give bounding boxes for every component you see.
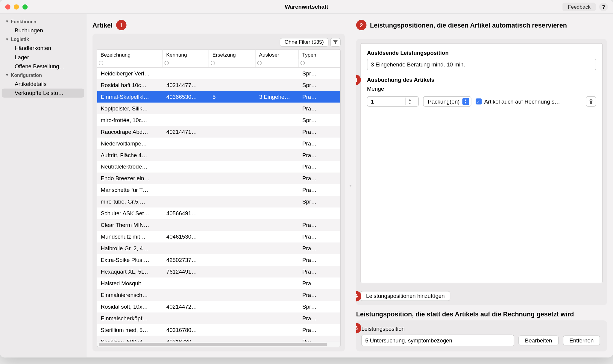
table-row[interactable]: Einmal-Skalpellkl…40386530…53 Eingehe…Pr…: [97, 91, 340, 103]
ausloesende-input[interactable]: [367, 59, 596, 70]
window-minimize[interactable]: [14, 4, 19, 9]
table-row[interactable]: Einmalnierensch…Pra…: [97, 289, 340, 301]
table-row[interactable]: Raucodrape Abd…40214471…Pra…: [97, 126, 340, 138]
cell-bez: Neutralelektrode…: [97, 164, 163, 170]
cell-typ: Spr…: [299, 70, 322, 77]
table-row[interactable]: Auftritt, Fläche 4…Pra…: [97, 149, 340, 161]
cell-typ: Pra…: [299, 164, 322, 170]
sidebar-group-logistik[interactable]: ▼ Logistik: [2, 35, 84, 44]
table-row[interactable]: Sterillium med, 5…40316780…Pra…: [97, 324, 340, 336]
lp-label: Leistungsposition: [361, 325, 602, 332]
cell-ken: 40461530…: [163, 233, 209, 240]
artikel-table: Bezeichnung Kennung Ersetzung Auslöser T…: [97, 49, 341, 347]
filter-radio[interactable]: [211, 61, 215, 65]
cell-bez: Sterillium med, 5…: [97, 327, 163, 333]
sidebar-item-buchungen[interactable]: Buchungen: [2, 26, 84, 35]
col-bezeichnung[interactable]: Bezeichnung: [97, 50, 163, 59]
stepper-arrows-icon[interactable]: ▲▼: [405, 98, 414, 105]
table-row[interactable]: Sterillium, 500ml…40316780…Pra…: [97, 336, 340, 342]
sidebar-item-verknuepfte-leistungen[interactable]: Verknüpfte Leistu…: [2, 89, 84, 98]
cell-aus: 3 Eingehe…: [256, 94, 299, 100]
unit-dropdown[interactable]: Packung(en) ▲▼: [423, 96, 471, 107]
table-row[interactable]: Halbrolle Gr. 2, 4…Pra…: [97, 243, 340, 254]
leistungsposition-input[interactable]: [361, 335, 514, 346]
col-ausloeser[interactable]: Auslöser: [256, 50, 299, 59]
cell-typ: Pra…: [299, 245, 322, 252]
cell-typ: Spr…: [299, 117, 322, 124]
cell-typ: Pra…: [299, 292, 322, 298]
filter-radio[interactable]: [164, 61, 169, 65]
section2-title: Leistungsposition, die statt des Artikel…: [356, 310, 574, 318]
table-row[interactable]: Kopfpolster, Silik…Pra…: [97, 103, 340, 114]
cell-typ: Pra…: [299, 105, 322, 112]
table-row[interactable]: Heidelberger Verl…Spr…: [97, 68, 340, 79]
cell-ken: 40214477…: [163, 82, 209, 89]
delete-button[interactable]: [586, 96, 596, 107]
rechnung-checkbox[interactable]: ✓: [476, 98, 482, 104]
horizontal-scrollbar[interactable]: [97, 342, 340, 347]
sidebar-item-offene-bestellung[interactable]: Offene Bestellung…: [2, 62, 84, 71]
ausloesende-label: Auslösende Leistungsposition: [367, 50, 596, 56]
cell-ken: 40386530…: [163, 94, 209, 100]
sidebar: ▼ Funktionen Buchungen ▼ Logistik Händle…: [0, 14, 86, 357]
filter-radio[interactable]: [257, 61, 262, 65]
filter-button[interactable]: [330, 38, 341, 47]
cell-typ: Spr…: [299, 82, 322, 89]
table-row[interactable]: miro-frottée, 10c…Spr…: [97, 114, 340, 126]
table-row[interactable]: Manschette für T…Pra…: [97, 184, 340, 196]
cell-typ: Pra…: [299, 257, 322, 263]
filter-chip[interactable]: Ohne Filter (535): [280, 38, 329, 47]
sidebar-item-haendlerkonten[interactable]: Händlerkonten: [2, 44, 84, 53]
window-close[interactable]: [5, 4, 10, 9]
cell-typ: Pra…: [299, 339, 322, 342]
ausbuchung-label: Ausbuchung des Artikels: [367, 76, 596, 83]
step-badge-5: 5: [356, 323, 361, 333]
col-kennung[interactable]: Kennung: [163, 50, 209, 59]
dropdown-arrows-icon: ▲▼: [462, 98, 469, 105]
cell-bez: Sterillium, 500ml…: [97, 339, 163, 342]
table-row[interactable]: Rosidal haft 10c…40214477…Spr…: [97, 79, 340, 91]
cell-ken: 76124491…: [163, 269, 209, 275]
help-button[interactable]: ?: [599, 2, 608, 11]
chevron-down-icon: ▼: [5, 73, 9, 77]
filter-radio[interactable]: [301, 61, 305, 65]
remove-button[interactable]: Entfernen: [563, 336, 600, 345]
sidebar-group-funktionen[interactable]: ▼ Funktionen: [2, 17, 84, 26]
col-typen[interactable]: Typen: [299, 50, 322, 59]
sidebar-item-lager[interactable]: Lager: [2, 53, 84, 62]
sidebar-item-artikeldetails[interactable]: Artikeldetails: [2, 79, 84, 88]
cell-ken: 40214472…: [163, 304, 209, 310]
feedback-button[interactable]: Feedback: [563, 2, 596, 11]
cell-bez: miro-tube, Gr.5,…: [97, 198, 163, 205]
table-row[interactable]: Einmalscherköpf…Pra…: [97, 313, 340, 324]
menge-input[interactable]: [367, 98, 405, 105]
artikel-title: Artikel: [92, 21, 113, 29]
pane-divider[interactable]: [349, 20, 352, 351]
col-ersetzung[interactable]: Ersetzung: [209, 50, 256, 59]
menge-stepper[interactable]: ▲▼: [367, 96, 419, 107]
table-row[interactable]: Neutralelektrode…Pra…: [97, 161, 340, 173]
table-row[interactable]: Extra-Spike Plus,…42502737…Pra…: [97, 254, 340, 266]
table-row[interactable]: Schulter ASK Set…40566491…: [97, 208, 340, 219]
cell-bez: Clear Therm MIN…: [97, 222, 163, 228]
cell-bez: miro-frottée, 10c…: [97, 117, 163, 124]
table-row[interactable]: Niedervoltlampe…Pra…: [97, 138, 340, 149]
cell-ken: 42502737…: [163, 257, 209, 263]
filter-radio[interactable]: [99, 61, 103, 65]
add-leistungsposition-button[interactable]: Leistungspositionen hinzufügen: [360, 291, 450, 301]
chevron-down-icon: ▼: [5, 37, 9, 41]
table-row[interactable]: Rosidal soft, 10x…40214472…Spr…: [97, 301, 340, 313]
sidebar-group-konfiguration[interactable]: ▼ Konfiguration: [2, 71, 84, 80]
table-row[interactable]: Hexaquart XL, 5L…76124491…Pra…: [97, 266, 340, 277]
table-row[interactable]: Clear Therm MIN…Pra…: [97, 219, 340, 231]
table-row[interactable]: miro-tube, Gr.5,…Spr…: [97, 196, 340, 208]
cell-ers: 5: [209, 94, 256, 100]
edit-button[interactable]: Bearbeiten: [518, 336, 559, 345]
cell-bez: Kopfpolster, Silik…: [97, 105, 163, 112]
cell-typ: Pra…: [299, 280, 322, 287]
table-row[interactable]: Mundschutz mit…40461530…Pra…: [97, 231, 340, 243]
table-row[interactable]: Halsted Mosquit…Pra…: [97, 277, 340, 289]
table-row[interactable]: Endo Breezer ein…Pra…: [97, 173, 340, 184]
cell-bez: Halbrolle Gr. 2, 4…: [97, 245, 163, 252]
window-maximize[interactable]: [22, 4, 28, 9]
